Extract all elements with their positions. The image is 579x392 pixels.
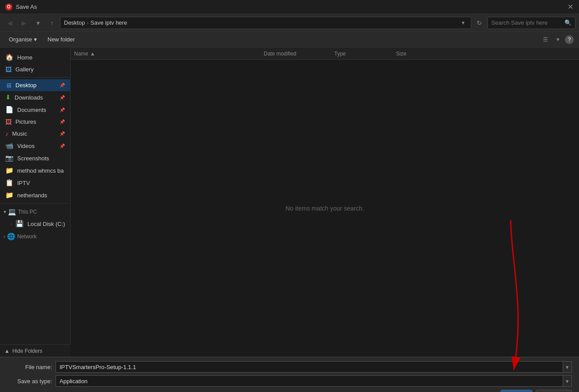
- pin-icon-videos: 📌: [60, 144, 65, 148]
- action-bar: Organise ▾ New folder ☰ ▾ ?: [0, 32, 579, 48]
- sidebar-item-local-disk[interactable]: › 💾 Local Disk (C:): [0, 218, 70, 230]
- address-path: Desktop › Save iptv here: [64, 19, 456, 26]
- title-bar-left: O Save As: [5, 4, 37, 11]
- sidebar: 🏠 Home 🖼 Gallery 🖥 Desktop 📌 ⬇ Downloads…: [0, 48, 71, 357]
- col-header-name[interactable]: Name ▲: [71, 51, 260, 57]
- empty-message: No items match your search.: [71, 60, 579, 357]
- col-name-label: Name: [74, 51, 88, 57]
- col-header-type[interactable]: Type: [331, 51, 392, 57]
- save-button[interactable]: Save: [501, 390, 532, 392]
- pc-icon: 💻: [8, 208, 16, 216]
- column-headers: Name ▲ Date modified Type Size: [71, 48, 579, 60]
- new-folder-button[interactable]: New folder: [44, 34, 78, 44]
- col-size-label: Size: [396, 51, 406, 57]
- music-icon: ♪: [5, 130, 9, 137]
- col-header-size[interactable]: Size: [392, 51, 445, 57]
- sidebar-item-documents[interactable]: 📄 Documents 📌: [0, 104, 70, 116]
- savetype-dropdown[interactable]: ▾: [563, 375, 572, 387]
- pictures-icon: 🖼: [5, 118, 12, 126]
- organise-button[interactable]: Organise ▾: [5, 34, 41, 44]
- cancel-button[interactable]: Cancel: [536, 390, 572, 392]
- sidebar-item-gallery[interactable]: 🖼 Gallery: [0, 63, 70, 75]
- sidebar-divider-2: [0, 203, 70, 203]
- view-list-button[interactable]: ☰: [540, 34, 551, 45]
- sidebar-item-music[interactable]: ♪ Music 📌: [0, 128, 70, 140]
- sidebar-item-home[interactable]: 🏠 Home: [0, 51, 70, 63]
- sidebar-divider-1: [0, 77, 70, 78]
- hide-folders-label: Hide Folders: [12, 348, 42, 354]
- sidebar-item-method[interactable]: 📁 method whmcs ba: [0, 164, 70, 177]
- sidebar-downloads-label: Downloads: [15, 94, 43, 101]
- savetype-input[interactable]: [56, 375, 563, 387]
- toolbar: ◀ ▶ ▾ ↑ Desktop › Save iptv here ▾ ↻ 🔍: [0, 14, 579, 32]
- window-title: Save As: [16, 4, 37, 10]
- search-box[interactable]: 🔍: [487, 17, 575, 29]
- path-sep1: ›: [87, 19, 89, 26]
- network-section[interactable]: › 🌐 Network: [0, 230, 70, 242]
- sidebar-screenshots-label: Screenshots: [17, 155, 49, 162]
- sidebar-item-desktop[interactable]: 🖥 Desktop 📌: [0, 79, 70, 91]
- file-area: Name ▲ Date modified Type Size No items …: [71, 48, 579, 357]
- title-bar: O Save As ✕: [0, 0, 579, 14]
- savetype-row: Save as type: ▾: [7, 375, 572, 387]
- hide-folders-bar[interactable]: ▲ Hide Folders: [0, 344, 71, 357]
- sidebar-item-pictures[interactable]: 🖼 Pictures 📌: [0, 116, 70, 128]
- local-disk-label: Local Disk (C:): [27, 221, 65, 227]
- sidebar-videos-label: Videos: [17, 143, 35, 149]
- organise-label: Organise: [9, 36, 32, 43]
- back-button[interactable]: ◀: [4, 17, 16, 29]
- refresh-button[interactable]: ↻: [473, 17, 486, 29]
- this-pc-label: This PC: [18, 209, 37, 215]
- sidebar-iptv-label: IPTV: [17, 180, 30, 186]
- pin-icon-pictures: 📌: [60, 119, 65, 124]
- this-pc-section[interactable]: ▾ 💻 This PC: [0, 205, 70, 218]
- pin-icon: 📌: [60, 83, 65, 88]
- col-date-label: Date modified: [264, 51, 296, 57]
- recent-locations-button[interactable]: ▾: [32, 17, 44, 29]
- network-label: Network: [17, 233, 37, 240]
- screenshots-icon: 📷: [5, 154, 14, 162]
- search-input[interactable]: [491, 19, 562, 26]
- collapse-icon: ▾: [4, 209, 6, 215]
- sidebar-home-label: Home: [17, 54, 33, 61]
- sidebar-item-screenshots[interactable]: 📷 Screenshots: [0, 152, 70, 164]
- sidebar-music-label: Music: [12, 130, 27, 137]
- bottom-bar: File name: ▾ Save as type: ▾ Save Cancel: [0, 357, 579, 392]
- sidebar-pictures-label: Pictures: [15, 118, 36, 125]
- sidebar-item-iptv[interactable]: 📋 IPTV: [0, 177, 70, 189]
- address-bar[interactable]: Desktop › Save iptv here ▾: [60, 17, 471, 29]
- netherlands-folder-icon: 📁: [5, 191, 14, 199]
- sidebar-gallery-label: Gallery: [15, 66, 34, 73]
- method-folder-icon: 📁: [5, 166, 14, 174]
- address-dropdown-icon[interactable]: ▾: [459, 19, 467, 26]
- documents-icon: 📄: [5, 106, 14, 114]
- pin-icon-music: 📌: [60, 131, 65, 136]
- videos-icon: 📹: [5, 142, 14, 150]
- home-icon: 🏠: [5, 53, 14, 61]
- network-icon: 🌐: [7, 233, 15, 240]
- col-header-date[interactable]: Date modified: [260, 51, 331, 57]
- main-content: 🏠 Home 🖼 Gallery 🖥 Desktop 📌 ⬇ Downloads…: [0, 48, 579, 357]
- search-icon: 🔍: [564, 19, 572, 26]
- sidebar-item-netherlands[interactable]: 📁 netherlands: [0, 189, 70, 201]
- filename-row: File name: ▾: [7, 361, 572, 373]
- iptv-icon: 📋: [5, 179, 14, 187]
- sidebar-item-downloads[interactable]: ⬇ Downloads 📌: [0, 91, 70, 104]
- sidebar-item-videos[interactable]: 📹 Videos 📌: [0, 140, 70, 152]
- path-part1: Desktop: [64, 19, 85, 26]
- help-button[interactable]: ?: [565, 35, 574, 44]
- sidebar-desktop-label: Desktop: [15, 82, 37, 89]
- up-button[interactable]: ↑: [46, 17, 58, 29]
- close-button[interactable]: ✕: [567, 4, 574, 11]
- filename-input[interactable]: [56, 361, 563, 373]
- savetype-label: Save as type:: [7, 378, 56, 385]
- filename-dropdown[interactable]: ▾: [563, 361, 572, 373]
- downloads-icon: ⬇: [5, 93, 11, 101]
- view-buttons: ☰ ▾ ?: [540, 34, 574, 45]
- filename-label: File name:: [7, 364, 56, 370]
- view-dropdown-button[interactable]: ▾: [553, 34, 563, 45]
- pin-icon-documents: 📌: [60, 107, 65, 112]
- forward-button[interactable]: ▶: [18, 17, 30, 29]
- network-expand-icon: ›: [4, 233, 5, 240]
- sidebar-netherlands-label: netherlands: [17, 192, 47, 199]
